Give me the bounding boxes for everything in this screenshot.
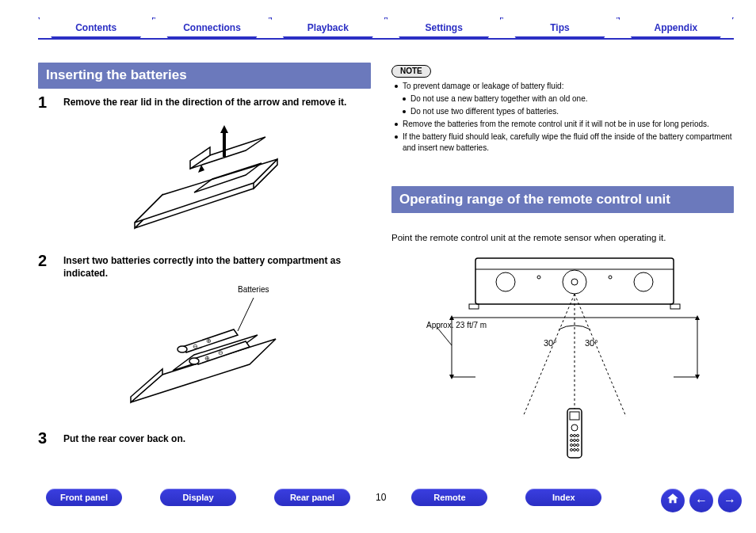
svg-point-18 [189, 358, 199, 364]
note-subitem: Do not use a new battery together with a… [395, 93, 735, 105]
svg-line-57 [437, 328, 452, 345]
svg-marker-10 [131, 339, 276, 402]
svg-text:⊖: ⊖ [218, 349, 223, 356]
note-item: To prevent damage or leakage of battery … [395, 81, 735, 92]
arrow-left-icon: ← [695, 493, 708, 508]
step-number-3: 3 [38, 429, 47, 447]
top-nav: Contents Connections Playback Settings T… [38, 17, 734, 38]
svg-rect-30 [469, 304, 479, 309]
pill-label: Display [182, 493, 213, 502]
tab-connections[interactable]: Connections [154, 17, 269, 38]
note-item: If the battery fluid should leak, carefu… [395, 131, 735, 154]
tab-tips[interactable]: Tips [502, 17, 617, 38]
link-rear-panel[interactable]: Rear panel [274, 489, 350, 506]
note-item: Remove the batteries from the remote con… [395, 119, 735, 130]
svg-text:⊖: ⊖ [193, 343, 198, 350]
tab-label: Appendix [654, 22, 697, 33]
bottom-bar: Front panel Display Rear panel 10 Remote… [46, 485, 740, 509]
svg-line-36 [575, 294, 626, 417]
next-button[interactable]: → [718, 489, 742, 512]
svg-rect-39 [570, 412, 579, 420]
page-number: 10 [376, 492, 386, 503]
svg-point-14 [178, 346, 187, 352]
pill-label: Remote [433, 493, 465, 502]
home-icon [666, 492, 680, 509]
link-front-panel[interactable]: Front panel [46, 489, 122, 506]
step-text-1: Remove the rear lid in the direction of … [63, 96, 365, 109]
tab-appendix[interactable]: Appendix [618, 17, 734, 38]
pill-label: Rear panel [290, 493, 334, 502]
svg-rect-8 [223, 133, 226, 157]
tab-label: Connections [183, 22, 241, 33]
svg-line-35 [523, 294, 575, 417]
tab-label: Tips [550, 22, 569, 33]
note-badge: NOTE [391, 65, 431, 78]
home-button[interactable] [661, 489, 685, 512]
figure-insert-batteries: ⊕ ⊖ ⊖ ⊕ [119, 291, 293, 418]
step-text-2: Insert two batteries correctly into the … [63, 254, 365, 280]
nav-icons: ← → [661, 489, 742, 512]
link-remote[interactable]: Remote [411, 489, 487, 506]
figure-operating-range [428, 250, 713, 464]
nav-rule [38, 38, 734, 40]
tab-settings[interactable]: Settings [386, 17, 502, 38]
tab-label: Settings [425, 22, 462, 33]
svg-text:⊕: ⊕ [206, 337, 212, 345]
heading-operating-range: Operating range of the remote control un… [391, 186, 734, 213]
tab-playback[interactable]: Playback [270, 17, 386, 38]
tab-label: Playback [307, 22, 349, 33]
step-number-2: 2 [38, 252, 47, 270]
note-list: To prevent damage or leakage of battery … [395, 81, 735, 155]
svg-line-21 [238, 298, 254, 331]
svg-text:⊕: ⊕ [204, 355, 210, 362]
link-display[interactable]: Display [160, 489, 236, 506]
heading-inserting-batteries: Inserting the batteries [38, 63, 371, 89]
link-index[interactable]: Index [525, 489, 601, 506]
svg-rect-31 [670, 304, 680, 309]
note-subitem: Do not use two different types of batter… [395, 106, 735, 117]
svg-rect-22 [475, 258, 674, 304]
figure-remove-lid [119, 125, 293, 244]
prev-button[interactable]: ← [689, 489, 713, 512]
tab-contents[interactable]: Contents [38, 17, 154, 38]
svg-marker-7 [220, 125, 228, 133]
step-text-3: Put the rear cover back on. [63, 432, 365, 445]
operating-range-text: Point the remote control unit at the rem… [391, 233, 734, 242]
svg-marker-3 [135, 159, 277, 223]
tab-label: Contents [75, 22, 116, 33]
arrow-right-icon: → [724, 493, 736, 508]
step-number-1: 1 [38, 93, 47, 112]
pill-label: Index [552, 493, 575, 502]
pill-label: Front panel [60, 493, 108, 502]
